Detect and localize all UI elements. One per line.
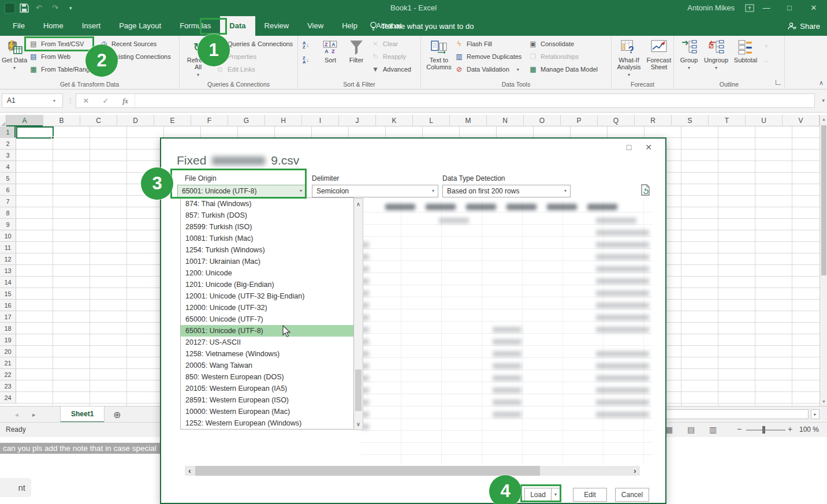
flash-fill-button[interactable]: ϟFlash Fill: [455, 38, 521, 50]
name-box-caret-icon[interactable]: ▾: [53, 94, 55, 108]
column-header-N[interactable]: N: [487, 115, 524, 126]
encoding-option[interactable]: 65001: Unicode (UTF-8): [181, 325, 353, 337]
data-type-detection-dropdown[interactable]: Based on first 200 rows▾: [442, 185, 571, 197]
column-header-S[interactable]: S: [672, 115, 709, 126]
row-header-16[interactable]: 16: [0, 300, 16, 311]
column-header-J[interactable]: J: [339, 115, 376, 126]
row-header-9[interactable]: 9: [0, 219, 16, 230]
encoding-option[interactable]: 874: Thai (Windows): [181, 198, 353, 210]
encoding-option[interactable]: 857: Turkish (DOS): [181, 210, 353, 221]
column-header-T[interactable]: T: [709, 115, 746, 126]
hide-detail-icon[interactable]: −: [762, 57, 771, 66]
row-header-24[interactable]: 24: [0, 392, 16, 404]
column-header-U[interactable]: U: [746, 115, 783, 126]
select-all-corner[interactable]: ◢: [0, 115, 6, 126]
forecast-sheet-button[interactable]: Forecast Sheet: [645, 37, 673, 70]
tab-review[interactable]: Review: [255, 16, 299, 36]
row-header-2[interactable]: 2: [0, 138, 16, 150]
ungroup-button[interactable]: Ungroup ▾: [702, 37, 731, 72]
row-header-23[interactable]: 23: [0, 380, 16, 392]
minimize-button[interactable]: —: [758, 0, 775, 16]
zoom-slider-thumb[interactable]: [762, 426, 765, 434]
row-header-7[interactable]: 7: [0, 196, 16, 207]
zoom-in-icon[interactable]: +: [788, 424, 792, 434]
encoding-option[interactable]: 12001: Unicode (UTF-32 Big-Endian): [181, 290, 353, 302]
sort-button[interactable]: ZAAZ Sort: [319, 37, 342, 64]
collapse-ribbon-icon[interactable]: ∧: [819, 79, 824, 87]
column-header-V[interactable]: V: [783, 115, 819, 126]
column-header-F[interactable]: F: [191, 115, 228, 126]
row-header-20[interactable]: 20: [0, 346, 16, 357]
row-header-18[interactable]: 18: [0, 323, 16, 334]
cancel-button[interactable]: Cancel: [615, 488, 649, 502]
column-header-L[interactable]: L: [413, 115, 450, 126]
column-header-P[interactable]: P: [561, 115, 598, 126]
encoding-option[interactable]: 10081: Turkish (Mac): [181, 233, 353, 244]
encoding-option[interactable]: 20005: Wang Taiwan: [181, 360, 353, 371]
column-header-E[interactable]: E: [154, 115, 191, 126]
dialog-scroll-right-icon[interactable]: ›: [630, 466, 640, 476]
edit-button[interactable]: Edit: [573, 488, 607, 502]
scroll-down-icon[interactable]: ▾: [820, 399, 827, 404]
dialog-horizontal-scrollbar[interactable]: ‹ ›: [185, 466, 640, 476]
encoding-option[interactable]: 10017: Ukrainian (Mac): [181, 256, 353, 267]
edit-links-button[interactable]: ⧉Edit Links: [215, 63, 293, 76]
data-validation-button[interactable]: ⊘Data Validation ▾: [455, 63, 521, 76]
dialog-close-icon[interactable]: ✕: [641, 141, 656, 154]
row-header-3[interactable]: 3: [0, 150, 16, 161]
list-scroll-down-icon[interactable]: ∨: [354, 421, 363, 427]
delimiter-dropdown[interactable]: Semicolon▾: [312, 185, 438, 197]
row-header-12[interactable]: 12: [0, 253, 16, 265]
relationships-button[interactable]: ❐Relationships: [528, 50, 598, 63]
scroll-up-icon[interactable]: ▴: [820, 117, 827, 122]
refresh-preview-icon[interactable]: [640, 184, 651, 196]
encoding-option[interactable]: 1254: Turkish (Windows): [181, 244, 353, 256]
horizontal-scrollbar[interactable]: [662, 409, 809, 419]
sheet-nav-left-icon[interactable]: ◂: [15, 411, 18, 419]
manage-data-model-button[interactable]: ▦Manage Data Model: [528, 63, 598, 76]
row-header-15[interactable]: 15: [0, 288, 16, 300]
maximize-button[interactable]: □: [781, 0, 798, 16]
sheet-nav-right-icon[interactable]: ▸: [32, 411, 36, 419]
new-sheet-icon[interactable]: ⊕: [113, 409, 121, 420]
sort-za-button[interactable]: ZA↓: [303, 54, 309, 66]
consolidate-button[interactable]: ▣Consolidate: [528, 38, 598, 50]
column-header-D[interactable]: D: [117, 115, 154, 126]
column-header-K[interactable]: K: [376, 115, 413, 126]
zoom-out-icon[interactable]: −: [737, 424, 742, 434]
enter-entry-icon[interactable]: ✓: [96, 96, 116, 105]
column-header-Q[interactable]: Q: [598, 115, 635, 126]
column-header-M[interactable]: M: [450, 115, 487, 126]
encoding-option[interactable]: 1200: Unicode: [181, 267, 353, 279]
insert-function-icon[interactable]: fx: [116, 96, 135, 106]
clear-filter-button[interactable]: ✕Clear: [371, 38, 411, 50]
column-header-I[interactable]: I: [302, 115, 339, 126]
column-header-O[interactable]: O: [524, 115, 561, 126]
encoding-option[interactable]: 28599: Turkish (ISO): [181, 221, 353, 233]
reapply-button[interactable]: ↻Reapply: [371, 50, 411, 63]
encoding-list-scrollbar[interactable]: ∧ ∨: [354, 198, 363, 430]
row-header-11[interactable]: 11: [0, 242, 16, 253]
text-to-columns-button[interactable]: Text to Columns: [424, 37, 453, 70]
encoding-option[interactable]: 65000: Unicode (UTF-7): [181, 313, 353, 325]
remove-duplicates-button[interactable]: ▥Remove Duplicates: [455, 50, 521, 63]
zoom-slider[interactable]: [746, 430, 785, 431]
row-header-17[interactable]: 17: [0, 311, 16, 323]
column-header-H[interactable]: H: [265, 115, 302, 126]
dialog-scroll-left-icon[interactable]: ‹: [185, 466, 195, 476]
column-header-B[interactable]: B: [43, 115, 80, 126]
close-button[interactable]: ✕: [805, 0, 822, 16]
encoding-option[interactable]: 10000: Western European (Mac): [181, 406, 353, 417]
filter-button[interactable]: Filter: [344, 37, 368, 64]
row-header-13[interactable]: 13: [0, 265, 16, 277]
horizontal-scroll-right-icon[interactable]: ▸: [811, 409, 819, 419]
tab-file[interactable]: File: [3, 16, 34, 36]
tab-help[interactable]: Help: [333, 16, 367, 36]
encoding-option[interactable]: 12000: Unicode (UTF-32): [181, 302, 353, 313]
row-header-22[interactable]: 22: [0, 369, 16, 380]
row-header-21[interactable]: 21: [0, 357, 16, 369]
encoding-option[interactable]: 28591: Western European (ISO): [181, 394, 353, 406]
column-header-R[interactable]: R: [635, 115, 672, 126]
column-header-C[interactable]: C: [80, 115, 117, 126]
list-scroll-up-icon[interactable]: ∧: [354, 201, 363, 207]
